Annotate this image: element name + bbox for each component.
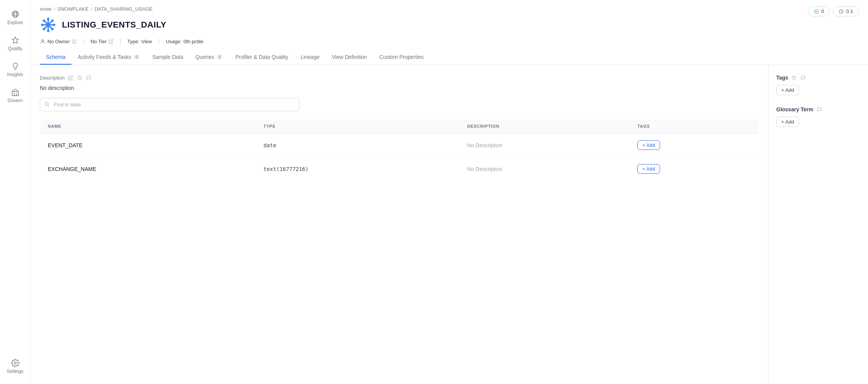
tags-label: Tags	[776, 74, 860, 81]
schema-table: NAME TYPE DESCRIPTION TAGS EVENT_DATE da…	[40, 119, 759, 181]
col-event-date-desc: No Description	[460, 133, 630, 157]
svg-point-18	[53, 24, 55, 26]
badge-zero: 0	[808, 6, 830, 16]
edit-owner-btn[interactable]	[72, 39, 77, 44]
svg-point-29	[794, 78, 794, 79]
sidebar: Explore Quality Insights Govern Settings	[0, 0, 31, 384]
col-event-date-tags: + Add	[630, 133, 759, 157]
svg-rect-4	[12, 91, 18, 96]
svg-point-26	[45, 102, 49, 106]
quality-icon	[11, 36, 20, 44]
svg-point-0	[12, 11, 18, 18]
tab-queries[interactable]: Queries 0	[189, 50, 229, 65]
col-exchange-type: text(16777216)	[256, 157, 460, 181]
entity-icon	[40, 16, 57, 33]
col-header-type: TYPE	[256, 119, 460, 133]
header-badges: 0 0.1	[808, 6, 859, 16]
type-meta: Type: View	[127, 39, 152, 44]
globe-icon	[11, 10, 20, 18]
sidebar-item-insights[interactable]: Insights	[2, 58, 29, 81]
col-exchange-name: EXCHANGE_NAME	[40, 157, 256, 181]
tab-schema[interactable]: Schema	[40, 50, 72, 65]
col-event-date-type: date	[256, 133, 460, 157]
svg-point-15	[47, 18, 49, 20]
breadcrumb-snow[interactable]: snow	[40, 6, 51, 12]
find-in-table-input[interactable]	[40, 98, 300, 111]
svg-point-23	[42, 39, 44, 41]
glossary-section: Glossary Term + Add	[776, 106, 860, 127]
page-header: 0 0.1 snow / SNOWFLAKE / DATA_SHARING_US…	[31, 0, 868, 65]
no-description-text: No description	[40, 85, 759, 91]
description-section-label: Description	[40, 74, 759, 81]
settings-icon	[11, 359, 20, 367]
svg-point-17	[41, 24, 43, 26]
col-exchange-desc: No Description	[460, 157, 630, 181]
svg-point-22	[43, 28, 45, 30]
tab-profiler[interactable]: Profiler & Data Quality	[229, 50, 294, 65]
sidebar-item-govern[interactable]: Govern	[2, 84, 29, 107]
title-row: LISTING_EVENTS_DAILY	[40, 16, 859, 33]
svg-point-8	[14, 362, 16, 364]
svg-point-16	[47, 30, 49, 32]
svg-point-19	[43, 20, 45, 22]
tags-help-btn[interactable]	[791, 74, 798, 81]
breadcrumb: snow / SNOWFLAKE / DATA_SHARING_USAGE	[40, 6, 859, 12]
tab-lineage[interactable]: Lineage	[294, 50, 326, 65]
table-row: EXCHANGE_NAME text(16777216) No Descript…	[40, 157, 759, 181]
svg-point-25	[80, 78, 80, 79]
svg-point-20	[51, 28, 54, 30]
table-row: EVENT_DATE date No Description + Add	[40, 133, 759, 157]
tags-chat-btn[interactable]	[800, 74, 807, 81]
search-icon	[44, 101, 50, 108]
lightbulb-icon	[11, 62, 20, 70]
main-area: 0 0.1 snow / SNOWFLAKE / DATA_SHARING_US…	[31, 0, 868, 384]
svg-point-1	[13, 11, 16, 18]
col-exchange-tags: + Add	[630, 157, 759, 181]
tab-activity[interactable]: Activity Feeds & Tasks 0	[72, 50, 146, 65]
find-in-table-wrapper	[40, 98, 759, 111]
description-help-btn[interactable]	[76, 74, 83, 81]
col-header-tags: TAGS	[630, 119, 759, 133]
content-area: Description No description	[31, 65, 868, 384]
sidebar-item-explore[interactable]: Explore	[2, 6, 29, 29]
svg-point-21	[51, 20, 54, 22]
tags-add-btn[interactable]: + Add	[776, 85, 799, 95]
meta-row: No Owner | No Tier | Type: View | Usage:…	[40, 38, 859, 45]
add-tag-event-date-btn[interactable]: + Add	[637, 140, 660, 150]
description-chat-btn[interactable]	[85, 74, 92, 81]
usage-meta: Usage: 0th pctile	[166, 39, 203, 44]
edit-description-btn[interactable]	[67, 74, 74, 81]
col-header-desc: DESCRIPTION	[460, 119, 630, 133]
col-event-date-name: EVENT_DATE	[40, 133, 256, 157]
tab-sample[interactable]: Sample Data	[146, 50, 189, 65]
page-title: LISTING_EVENTS_DAILY	[62, 20, 166, 30]
owner-meta: No Owner	[40, 39, 77, 44]
col-header-name: NAME	[40, 119, 256, 133]
circle-check-icon	[814, 9, 819, 14]
tab-bar: Schema Activity Feeds & Tasks 0 Sample D…	[40, 50, 859, 65]
sidebar-item-quality[interactable]: Quality	[2, 32, 29, 55]
glossary-label: Glossary Term	[776, 106, 860, 113]
tab-viewdef[interactable]: View Definition	[326, 50, 373, 65]
breadcrumb-db[interactable]: DATA_SHARING_USAGE	[94, 6, 153, 12]
edit-tier-btn[interactable]	[109, 39, 114, 44]
right-panel: Tags + Add Glossary Term +	[769, 65, 868, 384]
tags-section: Tags + Add	[776, 74, 860, 95]
clock-icon	[839, 9, 844, 14]
add-tag-exchange-btn[interactable]: + Add	[637, 164, 660, 174]
glossary-add-btn[interactable]: + Add	[776, 117, 799, 127]
sidebar-item-settings[interactable]: Settings	[2, 355, 29, 378]
svg-line-27	[48, 105, 49, 106]
building-icon	[11, 88, 20, 96]
tier-meta: No Tier	[91, 39, 114, 44]
schema-content: Description No description	[31, 65, 769, 384]
person-icon	[40, 39, 46, 44]
glossary-chat-btn[interactable]	[816, 106, 822, 113]
tab-custom[interactable]: Custom Properties	[373, 50, 430, 65]
breadcrumb-snowflake[interactable]: SNOWFLAKE	[57, 6, 89, 12]
badge-point-one: 0.1	[833, 6, 859, 16]
